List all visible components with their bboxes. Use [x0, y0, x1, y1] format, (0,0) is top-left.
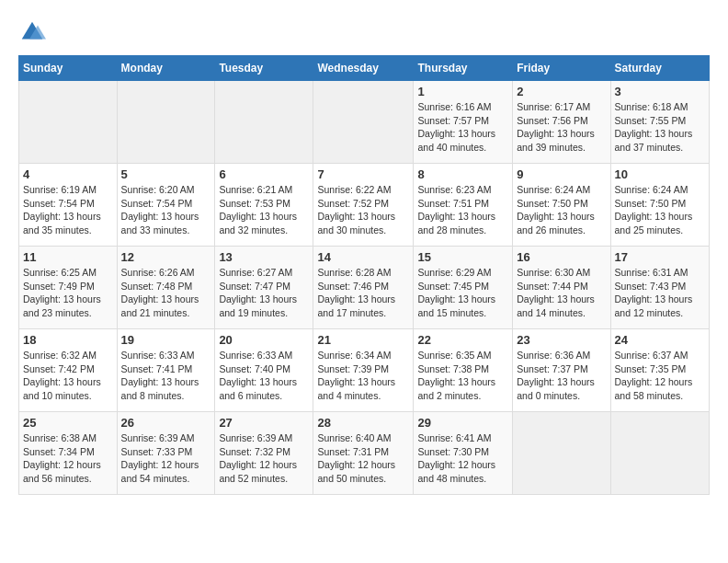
day-info: Sunrise: 6:33 AM Sunset: 7:41 PM Dayligh…: [121, 349, 211, 403]
day-info: Sunrise: 6:36 AM Sunset: 7:37 PM Dayligh…: [517, 349, 606, 403]
day-info: Sunrise: 6:41 AM Sunset: 7:30 PM Dayligh…: [417, 431, 508, 486]
day-number: 14: [317, 250, 409, 264]
day-number: 21: [317, 333, 409, 347]
calendar-cell: 25Sunrise: 6:38 AM Sunset: 7:34 PM Dayli…: [19, 412, 118, 495]
calendar-cell: 5Sunrise: 6:20 AM Sunset: 7:54 PM Daylig…: [117, 164, 215, 247]
day-number: 22: [417, 333, 508, 347]
logo-icon: [18, 18, 46, 46]
day-info: Sunrise: 6:30 AM Sunset: 7:44 PM Dayligh…: [517, 266, 606, 320]
calendar-cell: 22Sunrise: 6:35 AM Sunset: 7:38 PM Dayli…: [414, 329, 513, 412]
day-info: Sunrise: 6:37 AM Sunset: 7:35 PM Dayligh…: [615, 349, 705, 403]
day-info: Sunrise: 6:34 AM Sunset: 7:39 PM Dayligh…: [317, 349, 409, 403]
calendar-cell: 24Sunrise: 6:37 AM Sunset: 7:35 PM Dayli…: [610, 329, 709, 412]
day-number: 29: [417, 416, 508, 430]
day-number: 13: [219, 250, 309, 264]
day-info: Sunrise: 6:23 AM Sunset: 7:51 PM Dayligh…: [417, 183, 508, 237]
calendar-cell: 8Sunrise: 6:23 AM Sunset: 7:51 PM Daylig…: [414, 164, 513, 247]
calendar-cell: 23Sunrise: 6:36 AM Sunset: 7:37 PM Dayli…: [513, 329, 610, 412]
day-number: 5: [121, 167, 211, 181]
calendar-week-row: 25Sunrise: 6:38 AM Sunset: 7:34 PM Dayli…: [19, 412, 710, 495]
day-info: Sunrise: 6:27 AM Sunset: 7:47 PM Dayligh…: [219, 266, 309, 320]
calendar-cell: [313, 81, 414, 164]
day-number: 6: [219, 167, 309, 181]
calendar-cell: [215, 81, 313, 164]
day-number: 9: [517, 167, 606, 181]
weekday-header-tuesday: Tuesday: [215, 56, 313, 81]
day-number: 26: [121, 416, 211, 430]
day-number: 10: [615, 167, 705, 181]
day-info: Sunrise: 6:20 AM Sunset: 7:54 PM Dayligh…: [121, 183, 211, 237]
calendar-cell: 1Sunrise: 6:16 AM Sunset: 7:57 PM Daylig…: [414, 81, 513, 164]
day-info: Sunrise: 6:21 AM Sunset: 7:53 PM Dayligh…: [219, 183, 309, 237]
day-number: 4: [23, 167, 113, 181]
day-info: Sunrise: 6:32 AM Sunset: 7:42 PM Dayligh…: [23, 349, 113, 403]
calendar-table: SundayMondayTuesdayWednesdayThursdayFrid…: [18, 55, 710, 495]
calendar-cell: [117, 81, 215, 164]
calendar-cell: 14Sunrise: 6:28 AM Sunset: 7:46 PM Dayli…: [313, 247, 414, 329]
day-number: 11: [23, 250, 113, 264]
day-info: Sunrise: 6:28 AM Sunset: 7:46 PM Dayligh…: [317, 266, 409, 320]
day-number: 2: [517, 85, 606, 98]
day-info: Sunrise: 6:24 AM Sunset: 7:50 PM Dayligh…: [615, 183, 705, 237]
day-number: 25: [23, 416, 113, 430]
calendar-cell: 11Sunrise: 6:25 AM Sunset: 7:49 PM Dayli…: [19, 247, 118, 329]
day-number: 8: [417, 167, 508, 181]
weekday-header-row: SundayMondayTuesdayWednesdayThursdayFrid…: [19, 56, 710, 81]
calendar-cell: 6Sunrise: 6:21 AM Sunset: 7:53 PM Daylig…: [215, 164, 313, 247]
calendar-cell: 7Sunrise: 6:22 AM Sunset: 7:52 PM Daylig…: [313, 164, 414, 247]
calendar-cell: 12Sunrise: 6:26 AM Sunset: 7:48 PM Dayli…: [117, 247, 215, 329]
day-info: Sunrise: 6:39 AM Sunset: 7:32 PM Dayligh…: [219, 431, 309, 486]
day-info: Sunrise: 6:25 AM Sunset: 7:49 PM Dayligh…: [23, 266, 113, 320]
day-info: Sunrise: 6:26 AM Sunset: 7:48 PM Dayligh…: [121, 266, 211, 320]
calendar-week-row: 18Sunrise: 6:32 AM Sunset: 7:42 PM Dayli…: [19, 329, 710, 412]
weekday-header-monday: Monday: [117, 56, 215, 81]
weekday-header-wednesday: Wednesday: [313, 56, 414, 81]
day-info: Sunrise: 6:17 AM Sunset: 7:56 PM Dayligh…: [517, 100, 606, 155]
day-number: 20: [219, 333, 309, 347]
day-number: 18: [23, 333, 113, 347]
calendar-cell: 26Sunrise: 6:39 AM Sunset: 7:33 PM Dayli…: [117, 412, 215, 495]
calendar-cell: 29Sunrise: 6:41 AM Sunset: 7:30 PM Dayli…: [414, 412, 513, 495]
calendar-cell: 3Sunrise: 6:18 AM Sunset: 7:55 PM Daylig…: [610, 81, 709, 164]
day-number: 15: [417, 250, 508, 264]
calendar-cell: 19Sunrise: 6:33 AM Sunset: 7:41 PM Dayli…: [117, 329, 215, 412]
calendar-cell: 9Sunrise: 6:24 AM Sunset: 7:50 PM Daylig…: [513, 164, 610, 247]
day-info: Sunrise: 6:16 AM Sunset: 7:57 PM Dayligh…: [417, 100, 508, 155]
calendar-cell: 20Sunrise: 6:33 AM Sunset: 7:40 PM Dayli…: [215, 329, 313, 412]
weekday-header-sunday: Sunday: [19, 56, 118, 81]
day-number: 19: [121, 333, 211, 347]
calendar-cell: [19, 81, 118, 164]
day-number: 1: [417, 85, 508, 98]
day-info: Sunrise: 6:29 AM Sunset: 7:45 PM Dayligh…: [417, 266, 508, 320]
day-number: 16: [517, 250, 606, 264]
day-number: 17: [615, 250, 705, 264]
day-info: Sunrise: 6:19 AM Sunset: 7:54 PM Dayligh…: [23, 183, 113, 237]
weekday-header-saturday: Saturday: [610, 56, 709, 81]
day-info: Sunrise: 6:38 AM Sunset: 7:34 PM Dayligh…: [23, 431, 113, 486]
page-header: [18, 18, 710, 46]
weekday-header-friday: Friday: [513, 56, 610, 81]
weekday-header-thursday: Thursday: [414, 56, 513, 81]
day-info: Sunrise: 6:31 AM Sunset: 7:43 PM Dayligh…: [615, 266, 705, 320]
calendar-cell: 21Sunrise: 6:34 AM Sunset: 7:39 PM Dayli…: [313, 329, 414, 412]
day-info: Sunrise: 6:33 AM Sunset: 7:40 PM Dayligh…: [219, 349, 309, 403]
calendar-cell: 16Sunrise: 6:30 AM Sunset: 7:44 PM Dayli…: [513, 247, 610, 329]
calendar-cell: 18Sunrise: 6:32 AM Sunset: 7:42 PM Dayli…: [19, 329, 118, 412]
day-number: 23: [517, 333, 606, 347]
calendar-week-row: 4Sunrise: 6:19 AM Sunset: 7:54 PM Daylig…: [19, 164, 710, 247]
day-info: Sunrise: 6:22 AM Sunset: 7:52 PM Dayligh…: [317, 183, 409, 237]
calendar-cell: [610, 412, 709, 495]
calendar-cell: 2Sunrise: 6:17 AM Sunset: 7:56 PM Daylig…: [513, 81, 610, 164]
day-number: 7: [317, 167, 409, 181]
calendar-cell: [513, 412, 610, 495]
day-number: 27: [219, 416, 309, 430]
day-info: Sunrise: 6:18 AM Sunset: 7:55 PM Dayligh…: [615, 100, 705, 155]
day-info: Sunrise: 6:39 AM Sunset: 7:33 PM Dayligh…: [121, 431, 211, 486]
day-info: Sunrise: 6:40 AM Sunset: 7:31 PM Dayligh…: [317, 431, 409, 486]
day-number: 3: [615, 85, 705, 98]
calendar-cell: 28Sunrise: 6:40 AM Sunset: 7:31 PM Dayli…: [313, 412, 414, 495]
calendar-cell: 17Sunrise: 6:31 AM Sunset: 7:43 PM Dayli…: [610, 247, 709, 329]
logo: [18, 18, 50, 46]
calendar-week-row: 1Sunrise: 6:16 AM Sunset: 7:57 PM Daylig…: [19, 81, 710, 164]
day-number: 28: [317, 416, 409, 430]
